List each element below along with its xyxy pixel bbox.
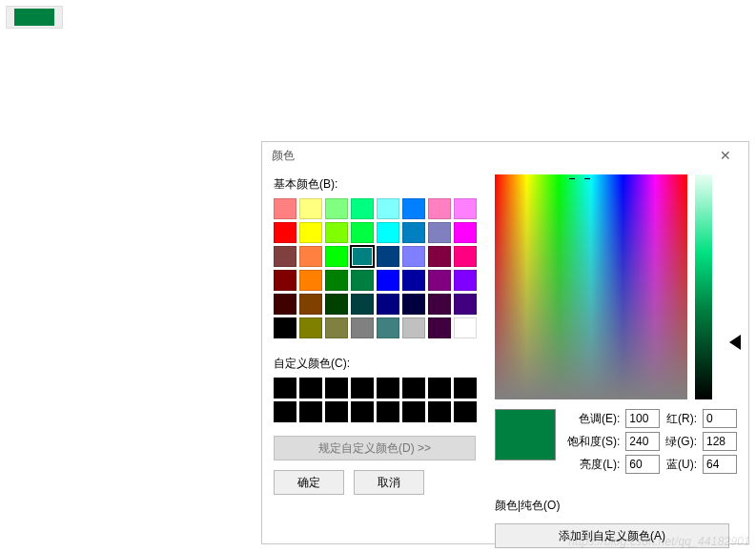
basic-swatch[interactable] xyxy=(402,294,425,315)
basic-swatch[interactable] xyxy=(454,222,477,243)
lum-input[interactable] xyxy=(625,455,660,474)
selected-color-inner xyxy=(14,9,54,26)
basic-swatch[interactable] xyxy=(325,317,348,338)
basic-swatch[interactable] xyxy=(325,198,348,219)
titlebar: 颜色 ✕ xyxy=(262,142,748,169)
basic-swatch[interactable] xyxy=(428,198,451,219)
hue-input[interactable] xyxy=(625,409,660,428)
basic-swatch[interactable] xyxy=(454,198,477,219)
custom-swatch[interactable] xyxy=(299,378,322,399)
basic-swatch[interactable] xyxy=(274,294,296,315)
basic-swatch[interactable] xyxy=(351,246,374,267)
luminance-arrow-icon[interactable] xyxy=(729,335,741,350)
basic-swatch[interactable] xyxy=(299,270,322,291)
red-input[interactable] xyxy=(703,409,737,428)
basic-swatch[interactable] xyxy=(454,317,477,338)
custom-swatch[interactable] xyxy=(274,401,296,422)
color-preview xyxy=(495,409,556,460)
selected-color-swatch[interactable] xyxy=(6,6,63,29)
basic-swatch[interactable] xyxy=(454,246,477,267)
basic-swatch[interactable] xyxy=(377,222,399,243)
green-label: 绿(G): xyxy=(665,434,697,450)
basic-colors-grid xyxy=(274,198,481,338)
basic-swatch[interactable] xyxy=(377,317,399,338)
basic-swatch[interactable] xyxy=(299,294,322,315)
basic-swatch[interactable] xyxy=(428,294,451,315)
basic-swatch[interactable] xyxy=(299,222,322,243)
basic-swatch[interactable] xyxy=(454,294,477,315)
basic-swatch[interactable] xyxy=(402,198,425,219)
custom-swatch[interactable] xyxy=(377,401,399,422)
basic-swatch[interactable] xyxy=(274,317,296,338)
basic-swatch[interactable] xyxy=(377,198,399,219)
custom-swatch[interactable] xyxy=(325,378,348,399)
custom-swatch[interactable] xyxy=(325,401,348,422)
basic-swatch[interactable] xyxy=(351,198,374,219)
basic-swatch[interactable] xyxy=(325,270,348,291)
basic-swatch[interactable] xyxy=(325,246,348,267)
cancel-button[interactable]: 取消 xyxy=(354,470,424,495)
basic-swatch[interactable] xyxy=(325,294,348,315)
color-spectrum[interactable] xyxy=(495,174,687,399)
basic-swatch[interactable] xyxy=(428,246,451,267)
custom-swatch[interactable] xyxy=(402,378,425,399)
custom-swatch[interactable] xyxy=(299,401,322,422)
basic-swatch[interactable] xyxy=(377,246,399,267)
basic-swatch[interactable] xyxy=(351,294,374,315)
basic-swatch[interactable] xyxy=(428,270,451,291)
custom-swatch[interactable] xyxy=(351,378,374,399)
custom-swatch[interactable] xyxy=(377,378,399,399)
add-to-custom-button[interactable]: 添加到自定义颜色(A) xyxy=(495,523,729,548)
luminance-strip[interactable] xyxy=(695,174,712,399)
custom-swatch[interactable] xyxy=(402,401,425,422)
basic-swatch[interactable] xyxy=(377,270,399,291)
custom-swatch[interactable] xyxy=(428,401,451,422)
custom-swatch[interactable] xyxy=(428,378,451,399)
basic-swatch[interactable] xyxy=(274,246,296,267)
basic-swatch[interactable] xyxy=(351,222,374,243)
basic-swatch[interactable] xyxy=(402,317,425,338)
basic-swatch[interactable] xyxy=(274,198,296,219)
color-dialog: 颜色 ✕ 基本颜色(B): 自定义颜色(C): 规定自定义颜色(D) >> 确定… xyxy=(261,141,749,544)
basic-swatch[interactable] xyxy=(299,246,322,267)
basic-swatch[interactable] xyxy=(299,198,322,219)
custom-swatch[interactable] xyxy=(351,401,374,422)
hue-label: 色调(E): xyxy=(567,411,620,427)
basic-swatch[interactable] xyxy=(428,317,451,338)
custom-swatch[interactable] xyxy=(274,378,296,399)
define-custom-button: 规定自定义颜色(D) >> xyxy=(274,436,476,460)
color-fields: 色调(E): 红(R): 饱和度(S): 绿(G): 亮度(L): 蓝(U): xyxy=(567,409,737,474)
ok-button[interactable]: 确定 xyxy=(274,470,344,495)
solid-color-label: 颜色|纯色(O) xyxy=(495,498,560,514)
sat-input[interactable] xyxy=(625,432,660,451)
basic-swatch[interactable] xyxy=(428,222,451,243)
blue-label: 蓝(U): xyxy=(665,457,697,473)
basic-swatch[interactable] xyxy=(325,222,348,243)
basic-swatch[interactable] xyxy=(402,222,425,243)
basic-swatch[interactable] xyxy=(402,246,425,267)
close-icon[interactable]: ✕ xyxy=(710,142,741,169)
basic-swatch[interactable] xyxy=(351,270,374,291)
basic-swatch[interactable] xyxy=(274,270,296,291)
basic-swatch[interactable] xyxy=(351,317,374,338)
custom-colors-grid xyxy=(274,378,481,422)
basic-colors-label: 基本颜色(B): xyxy=(274,176,481,193)
spectrum-cursor-icon xyxy=(575,174,584,184)
blue-input[interactable] xyxy=(703,455,737,474)
basic-swatch[interactable] xyxy=(454,270,477,291)
custom-swatch[interactable] xyxy=(454,378,477,399)
basic-swatch[interactable] xyxy=(274,222,296,243)
basic-swatch[interactable] xyxy=(377,294,399,315)
red-label: 红(R): xyxy=(665,411,697,427)
custom-colors-label: 自定义颜色(C): xyxy=(274,356,481,372)
custom-swatch[interactable] xyxy=(454,401,477,422)
basic-swatch[interactable] xyxy=(299,317,322,338)
basic-swatch[interactable] xyxy=(402,270,425,291)
lum-label: 亮度(L): xyxy=(567,457,620,473)
sat-label: 饱和度(S): xyxy=(567,434,620,450)
dialog-title: 颜色 xyxy=(272,148,295,164)
green-input[interactable] xyxy=(703,432,737,451)
